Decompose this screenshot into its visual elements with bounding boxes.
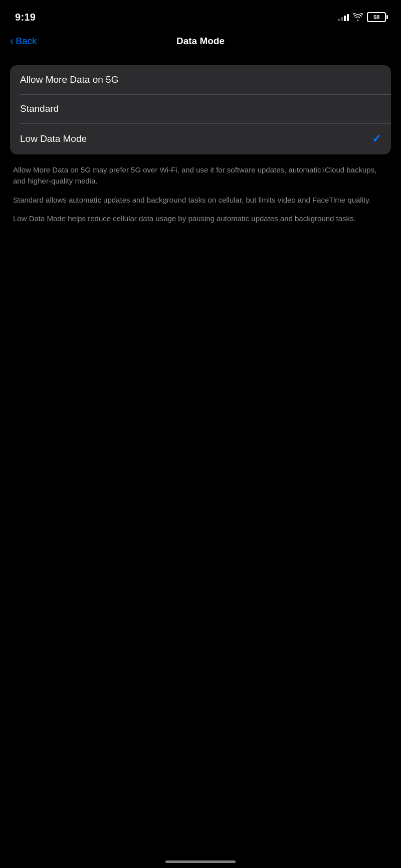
home-indicator: [165, 860, 236, 863]
option-low-data-mode[interactable]: Low Data Mode ✓: [10, 123, 391, 154]
option-allow-more-data-label: Allow More Data on 5G: [20, 74, 118, 85]
option-low-data-mode-label: Low Data Mode: [20, 133, 87, 144]
back-label: Back: [16, 36, 37, 47]
description-standard: Standard allows automatic updates and ba…: [13, 195, 388, 206]
description-allow-more-data: Allow More Data on 5G may prefer 5G over…: [13, 164, 388, 187]
battery-level: 58: [373, 14, 379, 20]
status-icons: 58: [338, 12, 386, 22]
description-low-data-mode: Low Data Mode helps reduce cellular data…: [13, 213, 388, 224]
back-chevron-icon: ‹: [10, 36, 14, 47]
option-allow-more-data[interactable]: Allow More Data on 5G: [10, 65, 391, 94]
status-time: 9:19: [15, 12, 36, 23]
page-title: Data Mode: [176, 36, 225, 47]
nav-bar: ‹ Back Data Mode: [0, 27, 401, 55]
signal-icon: [338, 13, 349, 21]
main-content: Allow More Data on 5G Standard Low Data …: [0, 55, 401, 224]
back-button[interactable]: ‹ Back: [10, 36, 37, 47]
checkmark-icon: ✓: [372, 132, 381, 145]
wifi-icon: [353, 14, 363, 21]
description-section: Allow More Data on 5G may prefer 5G over…: [10, 162, 391, 224]
options-card: Allow More Data on 5G Standard Low Data …: [10, 65, 391, 154]
option-standard-label: Standard: [20, 103, 59, 114]
battery-icon: 58: [367, 12, 386, 22]
option-standard[interactable]: Standard: [10, 94, 391, 123]
status-bar: 9:19 58: [0, 0, 401, 27]
